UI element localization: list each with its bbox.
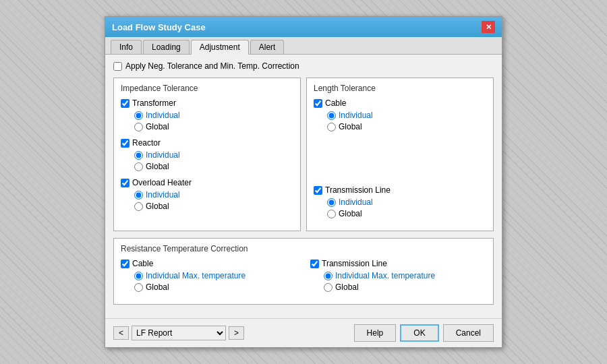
impedance-tolerance-panel: Impedance Tolerance Transformer Individu… <box>113 78 301 231</box>
length-tolerance-panel: Length Tolerance Cable Individual Global <box>306 78 494 231</box>
res-cable-check-row: Cable <box>121 259 297 268</box>
res-trans-check-row: Transmission Line <box>310 259 486 268</box>
cable-global-label: Global <box>339 122 362 131</box>
trans-line-checkbox[interactable] <box>314 186 322 195</box>
cancel-button[interactable]: Cancel <box>443 324 494 342</box>
transformer-global-label: Global <box>146 122 169 131</box>
overload-individual-radio[interactable] <box>134 191 143 200</box>
reactor-checkbox[interactable] <box>121 139 129 148</box>
trans-line-check-row: Transmission Line <box>314 185 486 195</box>
cable-check-row: Cable <box>314 98 486 108</box>
res-cable-indmax-row: Individual Max. temperature <box>134 271 297 280</box>
reactor-individual-row: Individual <box>134 150 293 160</box>
reactor-check-row: Reactor <box>121 138 293 148</box>
dialog-title: Load Flow Study Case <box>112 22 206 32</box>
resistance-row: Cable Individual Max. temperature Global <box>121 259 486 299</box>
overload-global-label: Global <box>146 202 169 211</box>
res-cable-indmax-radio[interactable] <box>134 272 143 280</box>
transformer-check-row: Transformer <box>121 98 293 108</box>
res-cable-global-radio[interactable] <box>134 283 143 292</box>
transformer-individual-row: Individual <box>134 111 293 120</box>
bottom-left: < LF Report > <box>113 326 350 340</box>
res-cable-global-label: Global <box>146 282 169 292</box>
trans-global-radio[interactable] <box>327 210 336 218</box>
res-cable-radio-group: Individual Max. temperature Global <box>134 271 297 292</box>
trans-individual-label: Individual <box>339 198 373 207</box>
overload-checkbox[interactable] <box>121 179 129 187</box>
transformer-individual-label: Individual <box>146 111 180 120</box>
cable-checkbox[interactable] <box>314 99 322 108</box>
apply-row: Apply Neg. Tolerance and Min. Temp. Corr… <box>113 61 494 71</box>
transformer-checkbox[interactable] <box>121 99 129 108</box>
res-trans-global-radio[interactable] <box>324 283 333 292</box>
tab-alert[interactable]: Alert <box>250 40 285 54</box>
overload-global-radio[interactable] <box>134 202 143 211</box>
res-trans-indmax-radio[interactable] <box>324 272 333 280</box>
tab-adjustment[interactable]: Adjustment <box>191 40 249 55</box>
cable-global-radio[interactable] <box>327 123 336 131</box>
ok-button[interactable]: OK <box>400 324 438 342</box>
impedance-title: Impedance Tolerance <box>121 84 293 93</box>
reactor-global-row: Global <box>134 162 293 171</box>
res-trans-label: Transmission Line <box>322 259 387 268</box>
resistance-title: Resistance Temperature Correction <box>121 244 486 253</box>
cable-individual-row: Individual <box>327 111 486 120</box>
transformer-label: Transformer <box>132 98 176 108</box>
tolerance-panels: Impedance Tolerance Transformer Individu… <box>113 78 494 231</box>
bottom-buttons: Help OK Cancel <box>354 324 494 342</box>
res-trans-checkbox[interactable] <box>310 260 319 268</box>
prev-button[interactable]: < <box>113 326 129 340</box>
reactor-global-label: Global <box>146 162 169 171</box>
tab-loading[interactable]: Loading <box>143 40 190 54</box>
tab-info[interactable]: Info <box>111 40 142 54</box>
cable-label: Cable <box>325 98 346 108</box>
report-dropdown[interactable]: LF Report <box>132 326 226 340</box>
res-trans-radio-group: Individual Max. temperature Global <box>324 271 486 292</box>
res-cable-label: Cable <box>132 259 153 268</box>
resistance-trans-col: Transmission Line Individual Max. temper… <box>310 259 486 299</box>
trans-line-radio-group: Individual Global <box>327 198 486 218</box>
reactor-global-radio[interactable] <box>134 162 143 171</box>
trans-global-row: Global <box>327 209 486 218</box>
cable-individual-label: Individual <box>339 111 373 120</box>
transformer-global-radio[interactable] <box>134 123 143 131</box>
cable-global-row: Global <box>327 122 486 131</box>
apply-neg-checkbox[interactable] <box>113 62 122 71</box>
help-button[interactable]: Help <box>354 324 397 342</box>
res-trans-global-label: Global <box>335 282 359 292</box>
overload-individual-row: Individual <box>134 190 293 200</box>
length-title: Length Tolerance <box>314 84 486 93</box>
dialog-window: Load Flow Study Case ✕ Info Loading Adju… <box>105 16 502 348</box>
overload-label: Overload Heater <box>132 178 192 187</box>
trans-individual-radio[interactable] <box>327 198 336 207</box>
transformer-radio-group: Individual Global <box>134 111 293 131</box>
spacer <box>314 138 486 185</box>
trans-individual-row: Individual <box>327 198 486 207</box>
reactor-individual-radio[interactable] <box>134 151 143 160</box>
cable-individual-radio[interactable] <box>327 111 336 120</box>
overload-check-row: Overload Heater <box>121 178 293 187</box>
title-bar: Load Flow Study Case ✕ <box>105 17 502 37</box>
res-cable-checkbox[interactable] <box>121 260 129 268</box>
reactor-individual-label: Individual <box>146 150 180 160</box>
cable-radio-group: Individual Global <box>327 111 486 131</box>
resistance-panel: Resistance Temperature Correction Cable … <box>113 238 494 305</box>
transformer-global-row: Global <box>134 122 293 131</box>
reactor-radio-group: Individual Global <box>134 150 293 171</box>
res-cable-global-row: Global <box>134 282 297 292</box>
close-button[interactable]: ✕ <box>482 21 495 33</box>
res-cable-indmax-label: Individual Max. temperature <box>146 271 245 280</box>
apply-neg-label: Apply Neg. Tolerance and Min. Temp. Corr… <box>125 61 299 71</box>
res-trans-indmax-row: Individual Max. temperature <box>324 271 486 280</box>
overload-radio-group: Individual Global <box>134 190 293 211</box>
overload-global-row: Global <box>134 202 293 211</box>
resistance-cable-col: Cable Individual Max. temperature Global <box>121 259 297 299</box>
transformer-individual-radio[interactable] <box>134 111 143 120</box>
overload-individual-label: Individual <box>146 190 180 200</box>
content-area: Apply Neg. Tolerance and Min. Temp. Corr… <box>105 55 502 318</box>
next-button[interactable]: > <box>229 326 244 340</box>
trans-global-label: Global <box>339 209 362 218</box>
bottom-bar: < LF Report > Help OK Cancel <box>105 318 502 347</box>
res-trans-global-row: Global <box>324 282 486 292</box>
reactor-label: Reactor <box>132 138 161 148</box>
